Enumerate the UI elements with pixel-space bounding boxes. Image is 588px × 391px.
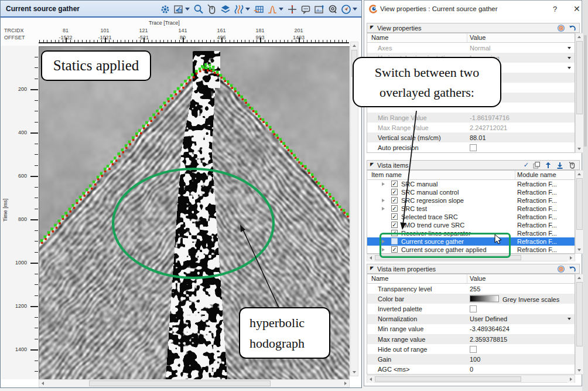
dropdown-arrow-icon[interactable] <box>568 57 571 59</box>
collapse-icon[interactable]: ◤ <box>370 25 374 30</box>
expand-arrow-icon[interactable] <box>382 199 385 202</box>
checkbox[interactable] <box>470 305 477 312</box>
property-value[interactable]: -3.489364624 <box>470 325 510 332</box>
comment-icon[interactable] <box>299 2 312 16</box>
dropdown-caret-icon[interactable] <box>279 8 283 11</box>
property-name: Auto precision <box>378 144 419 151</box>
item-module-name: Refraction F... <box>517 189 557 196</box>
scroll-up-icon[interactable] <box>353 45 356 47</box>
help-button[interactable]: ? <box>553 5 557 13</box>
undo-icon[interactable] <box>568 265 576 274</box>
property-row[interactable]: Min Range Value-1.861974716 <box>367 113 575 123</box>
vista-item-properties-hscrollbar[interactable] <box>367 375 575 383</box>
checkbox[interactable] <box>470 144 477 151</box>
move-bottom-icon[interactable] <box>556 161 564 171</box>
dropdown-arrow-icon[interactable] <box>568 47 571 49</box>
vista-item-row-src-manual-control[interactable]: ✓SRC manual controlRefraction F... <box>367 188 575 196</box>
vista-item-row-src-manual[interactable]: ✓SRC manualRefraction F... <box>367 180 575 188</box>
property-name: Normalization <box>378 315 417 322</box>
target-icon[interactable] <box>557 265 565 274</box>
item-checkbox[interactable]: ✓ <box>391 213 398 220</box>
expand-arrow-icon[interactable] <box>382 207 385 210</box>
target-icon[interactable] <box>557 24 565 33</box>
property-value[interactable]: 100 <box>470 356 480 363</box>
property-value[interactable]: Grey Inverse scales <box>470 295 559 302</box>
property-value[interactable]: 0 <box>470 366 473 373</box>
property-value[interactable]: 88.01 <box>470 134 486 141</box>
item-checkbox[interactable]: ✓ <box>391 189 398 195</box>
vista-item-row-lmo-trend-curve-src[interactable]: ✓LMO trend curve SRCRefraction F... <box>367 221 575 229</box>
item-checkbox[interactable]: ✓ <box>391 222 398 228</box>
dropdown-arrow-icon[interactable] <box>568 67 571 69</box>
vista-item-properties-vscrollbar[interactable] <box>575 274 584 375</box>
offset-row-label: OFFSET <box>4 35 25 40</box>
undo-icon[interactable] <box>568 24 576 33</box>
section-view-properties-label: View properties <box>377 25 422 32</box>
vista-items-vscrollbar[interactable] <box>575 170 584 254</box>
expand-arrow-icon[interactable] <box>382 182 385 186</box>
dropdown-caret-icon[interactable] <box>353 8 357 11</box>
check-icon[interactable]: ✓ <box>524 161 529 169</box>
close-button[interactable]: ✕ <box>573 4 580 13</box>
property-name: Inverted palette <box>378 305 422 312</box>
wiggle-display-icon[interactable] <box>232 2 245 16</box>
property-row[interactable]: Vertical scale (ms/cm)88.01 <box>367 132 575 142</box>
layers-icon[interactable] <box>218 2 232 16</box>
property-name: AGC <ms> <box>378 366 409 373</box>
property-value[interactable]: User Defined <box>470 315 507 322</box>
collapse-icon[interactable]: ◤ <box>370 162 374 167</box>
settings-gear-icon[interactable] <box>158 2 172 16</box>
property-value[interactable]: 2.359378815 <box>470 336 507 343</box>
property-value[interactable]: 255 <box>470 285 480 293</box>
property-row[interactable]: Gain100 <box>367 354 575 364</box>
fit-view-icon[interactable] <box>172 2 185 16</box>
checkbox[interactable] <box>470 346 477 353</box>
item-checkbox[interactable]: ✓ <box>391 181 398 187</box>
scroll-down-icon[interactable] <box>353 371 356 373</box>
zoom-icon[interactable] <box>192 2 205 16</box>
section-vista-item-properties[interactable]: ◤ Vista item properties <box>367 264 580 274</box>
property-row[interactable]: Transparency level255 <box>367 284 575 294</box>
section-vista-items[interactable]: ◤ Vista items ✓ <box>367 160 580 170</box>
trcidx-row-label: TRCIDX <box>4 28 24 33</box>
property-row[interactable]: Color barGrey Inverse scales <box>367 294 575 304</box>
item-checkbox[interactable]: ✓ <box>391 205 398 212</box>
section-view-properties[interactable]: ◤ View properties <box>367 23 580 33</box>
copy-items-icon[interactable] <box>532 161 541 171</box>
scroll-right-icon[interactable] <box>344 382 347 385</box>
vista-item-row-selected-trace-src[interactable]: ✓Selected trace SRCRefraction F... <box>367 213 575 221</box>
property-row[interactable]: Hide out of range <box>367 344 575 354</box>
dropdown-caret-icon[interactable] <box>185 8 190 11</box>
property-row[interactable]: Min range value-3.489364624 <box>367 324 575 334</box>
export-image-icon[interactable] <box>312 2 326 16</box>
crosshair-icon[interactable] <box>285 2 299 16</box>
property-row[interactable]: Auto precision <box>367 142 575 152</box>
seismic-horizontal-scrollbar[interactable] <box>39 379 350 387</box>
property-value[interactable]: Normal <box>470 45 490 52</box>
collapse-icon[interactable]: ◤ <box>370 266 374 271</box>
move-top-icon[interactable] <box>544 161 552 171</box>
vista-item-row-src-regression-slope[interactable]: ✓SRC regression slopeRefraction F... <box>367 196 575 205</box>
vista-item-row-src-test[interactable]: ✓SRC testRefraction F... <box>367 205 575 213</box>
property-row[interactable]: NormalizationUser Defined <box>367 314 575 324</box>
time-tick-label: 800 <box>9 216 27 222</box>
property-row[interactable]: AGC <ms>0 <box>367 365 575 375</box>
dropdown-caret-icon[interactable] <box>245 8 250 11</box>
property-row[interactable]: Inverted palette <box>367 304 575 314</box>
amplitude-curve-icon[interactable] <box>265 2 279 16</box>
scroll-left-icon[interactable] <box>42 382 44 385</box>
item-checkbox[interactable]: ✓ <box>391 197 398 203</box>
property-value[interactable]: -1.861974716 <box>470 114 510 121</box>
compass-icon[interactable] <box>339 2 353 16</box>
view-properties-scrollbar[interactable] <box>575 33 584 153</box>
property-row[interactable]: Max range value2.359378815 <box>367 334 575 344</box>
zoom-region-icon[interactable] <box>326 2 339 16</box>
property-row[interactable]: AxesNormal <box>367 43 575 53</box>
grid-display-icon[interactable] <box>252 2 265 16</box>
dropdown-arrow-icon[interactable] <box>568 318 571 320</box>
mouse-tools-icon[interactable] <box>205 2 218 16</box>
pick-item-icon[interactable] <box>568 161 576 171</box>
property-value[interactable]: 2.242712021 <box>470 124 507 131</box>
property-row[interactable]: Max Range Value2.242712021 <box>367 123 575 132</box>
property-name: Hide out of range <box>378 346 427 353</box>
